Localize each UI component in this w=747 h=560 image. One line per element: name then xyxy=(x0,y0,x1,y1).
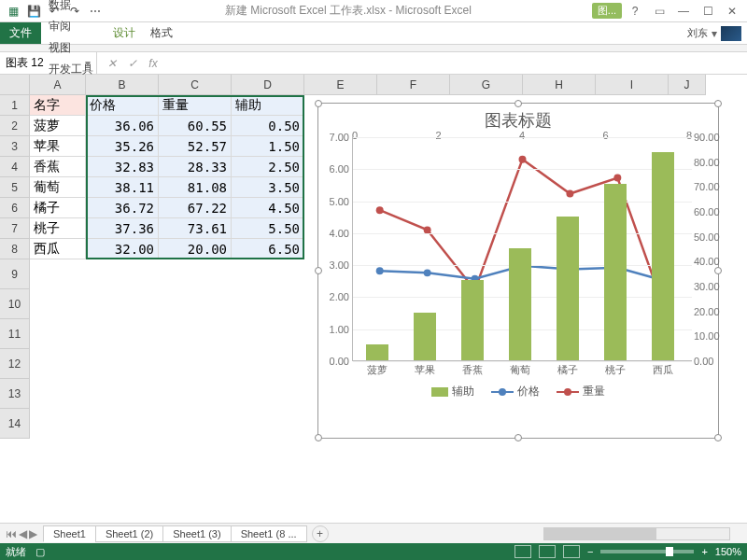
legend-item[interactable]: 重量 xyxy=(557,384,605,399)
row-header-4[interactable]: 4 xyxy=(0,157,30,177)
cell-D7[interactable]: 5.50 xyxy=(232,218,304,239)
row-header-8[interactable]: 8 xyxy=(0,239,30,259)
chart-bar[interactable] xyxy=(366,344,388,360)
zoom-level[interactable]: 150% xyxy=(715,546,741,557)
embedded-chart[interactable]: 图表标题 02468 0.001.002.003.004.005.006.007… xyxy=(317,103,719,439)
chart-bar[interactable] xyxy=(509,248,531,360)
accept-formula-icon[interactable]: ✓ xyxy=(125,57,140,70)
col-header-J[interactable]: J xyxy=(669,75,706,95)
col-header-F[interactable]: F xyxy=(377,75,450,95)
close-icon[interactable]: ✕ xyxy=(721,2,743,21)
user-name[interactable]: 刘东 xyxy=(687,26,708,40)
sheet-tab[interactable]: Sheet1 xyxy=(43,525,96,542)
record-macro-icon[interactable]: ▢ xyxy=(35,546,45,558)
add-sheet-button[interactable]: + xyxy=(312,525,329,542)
cell-A1[interactable]: 名字 xyxy=(30,95,86,116)
cell-D4[interactable]: 2.50 xyxy=(232,157,304,177)
sheet-nav-first-icon[interactable]: ⏮ xyxy=(6,527,17,540)
cell-C5[interactable]: 81.08 xyxy=(159,177,232,198)
row-header-12[interactable]: 12 xyxy=(0,349,30,379)
cell-D8[interactable]: 6.50 xyxy=(232,239,304,259)
namebox-dropdown-icon[interactable]: ▾ xyxy=(85,57,91,70)
col-header-C[interactable]: C xyxy=(159,75,232,95)
cell-A2[interactable]: 菠萝 xyxy=(30,116,86,136)
avatar[interactable] xyxy=(721,26,741,41)
cell-B1[interactable]: 价格 xyxy=(86,95,159,116)
cell-A4[interactable]: 香蕉 xyxy=(30,157,86,177)
cell-B5[interactable]: 38.11 xyxy=(86,177,159,198)
minimize-icon[interactable]: — xyxy=(672,2,695,21)
cell-B7[interactable]: 37.36 xyxy=(86,218,159,239)
horizontal-scrollbar[interactable] xyxy=(543,527,730,540)
cell-C4[interactable]: 28.33 xyxy=(159,157,232,177)
zoom-out-icon[interactable]: − xyxy=(587,546,593,557)
cell-B6[interactable]: 36.72 xyxy=(86,198,159,218)
view-page-layout-icon[interactable] xyxy=(539,545,556,558)
chart-bar[interactable] xyxy=(652,152,674,360)
cell-A6[interactable]: 橘子 xyxy=(30,198,86,218)
row-header-13[interactable]: 13 xyxy=(0,379,30,409)
cell-D1[interactable]: 辅助 xyxy=(232,95,304,116)
view-page-break-icon[interactable] xyxy=(563,545,580,558)
cell-D6[interactable]: 4.50 xyxy=(232,198,304,218)
zoom-in-icon[interactable]: + xyxy=(701,546,707,557)
cell-C3[interactable]: 52.57 xyxy=(159,136,232,157)
cell-B4[interactable]: 32.83 xyxy=(86,157,159,177)
sheet-nav-next-icon[interactable]: ▶ xyxy=(29,527,37,540)
cell-B3[interactable]: 35.26 xyxy=(86,136,159,157)
row-header-6[interactable]: 6 xyxy=(0,198,30,218)
legend-item[interactable]: 价格 xyxy=(491,384,540,399)
col-header-G[interactable]: G xyxy=(450,75,523,95)
cell-D2[interactable]: 0.50 xyxy=(232,116,304,136)
cell-C8[interactable]: 20.00 xyxy=(159,239,232,259)
chart-bar[interactable] xyxy=(557,217,579,360)
sheet-nav-prev-icon[interactable]: ◀ xyxy=(19,527,27,540)
ribbon-options-icon[interactable]: ▭ xyxy=(648,2,670,21)
row-header-5[interactable]: 5 xyxy=(0,177,30,198)
cell-C1[interactable]: 重量 xyxy=(159,95,232,116)
cell-A5[interactable]: 葡萄 xyxy=(30,177,86,198)
cell-D3[interactable]: 1.50 xyxy=(232,136,304,157)
row-header-7[interactable]: 7 xyxy=(0,218,30,239)
tab-file[interactable]: 文件 xyxy=(0,22,41,44)
col-header-H[interactable]: H xyxy=(523,75,596,95)
cancel-formula-icon[interactable]: ✕ xyxy=(105,57,120,70)
formula-input[interactable] xyxy=(168,52,747,74)
col-header-I[interactable]: I xyxy=(596,75,669,95)
tab-设计[interactable]: 设计 xyxy=(106,22,143,44)
row-header-9[interactable]: 9 xyxy=(0,259,30,289)
zoom-slider[interactable] xyxy=(600,550,694,553)
view-normal-icon[interactable] xyxy=(514,545,531,558)
maximize-icon[interactable]: ☐ xyxy=(697,2,719,21)
cell-C2[interactable]: 60.55 xyxy=(159,116,232,136)
chart-bar[interactable] xyxy=(414,313,436,360)
row-header-2[interactable]: 2 xyxy=(0,116,30,136)
row-header-3[interactable]: 3 xyxy=(0,136,30,157)
row-header-10[interactable]: 10 xyxy=(0,289,30,319)
col-header-B[interactable]: B xyxy=(86,75,159,95)
legend-item[interactable]: 辅助 xyxy=(431,384,474,399)
cell-D5[interactable]: 3.50 xyxy=(232,177,304,198)
cell-B8[interactable]: 32.00 xyxy=(86,239,159,259)
col-header-D[interactable]: D xyxy=(232,75,304,95)
cell-A3[interactable]: 苹果 xyxy=(30,136,86,157)
sheet-tab[interactable]: Sheet1 (3) xyxy=(162,525,231,542)
cell-B2[interactable]: 36.06 xyxy=(86,116,159,136)
tab-审阅[interactable]: 审阅 xyxy=(41,16,106,37)
cell-C6[interactable]: 67.22 xyxy=(159,198,232,218)
sheet-tab[interactable]: Sheet1 (8 ... xyxy=(231,525,307,542)
fx-icon[interactable]: fx xyxy=(146,57,161,70)
worksheet-grid[interactable]: ABCDEFGHIJ 1234567891011121314 名字价格重量辅助菠… xyxy=(0,75,747,532)
tab-数据[interactable]: 数据 xyxy=(41,0,106,16)
cell-C7[interactable]: 73.61 xyxy=(159,218,232,239)
user-dropdown-icon[interactable]: ▾ xyxy=(712,27,717,40)
select-all-corner[interactable] xyxy=(0,75,30,95)
col-header-A[interactable]: A xyxy=(30,75,86,95)
tab-格式[interactable]: 格式 xyxy=(143,22,180,44)
save-icon[interactable]: 💾 xyxy=(24,2,43,21)
col-header-E[interactable]: E xyxy=(304,75,377,95)
row-header-1[interactable]: 1 xyxy=(0,95,30,116)
cell-A7[interactable]: 桃子 xyxy=(30,218,86,239)
cell-A8[interactable]: 西瓜 xyxy=(30,239,86,259)
name-box[interactable]: 图表 12 ▾ xyxy=(0,52,97,74)
